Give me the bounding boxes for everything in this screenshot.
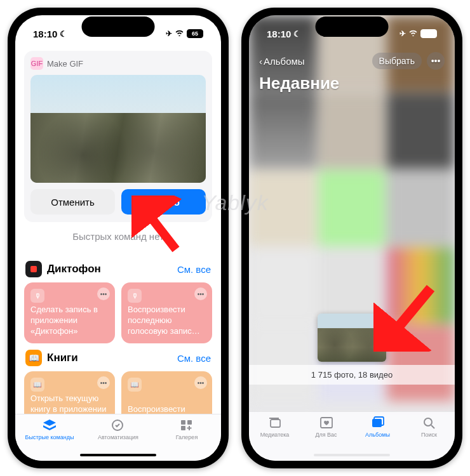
- svg-point-8: [424, 418, 432, 426]
- tab-gallery[interactable]: Галерея: [152, 418, 221, 461]
- tab-label: Для Вас: [315, 432, 337, 438]
- shortcut-tile[interactable]: 🎙 ••• Сделать запись в приложении «Дикто…: [24, 282, 115, 343]
- chevron-left-icon: ‹: [259, 56, 262, 67]
- voice-memos-icon: 🎙: [30, 289, 44, 303]
- tab-search[interactable]: Поиск: [403, 416, 455, 461]
- tile-label: Открыть текущую книгу в приложении «Кни…: [30, 393, 109, 414]
- tab-shortcuts[interactable]: Быстрые команды: [15, 418, 84, 461]
- shortcut-tile[interactable]: 🎙 ••• Воспроизвести последнюю голосовую …: [121, 282, 212, 343]
- tab-label: Альбомы: [365, 432, 390, 438]
- books-icon: 📖: [128, 378, 142, 392]
- battery-icon: 65: [187, 29, 203, 38]
- clock-check-icon: [111, 418, 126, 432]
- ellipsis-icon: •••: [431, 56, 441, 66]
- see-all-link[interactable]: См. все: [177, 264, 211, 275]
- annotation-arrow: [131, 195, 182, 253]
- ellipsis-icon[interactable]: •••: [97, 288, 110, 300]
- battery-icon: 65: [420, 29, 437, 38]
- tile-label: Сделать запись в приложении «Диктофон»: [30, 305, 109, 337]
- dynamic-island: [82, 17, 155, 37]
- tab-library[interactable]: Медиатека: [249, 416, 300, 461]
- library-icon: [267, 416, 283, 430]
- ellipsis-icon[interactable]: •••: [194, 288, 207, 300]
- shortcut-tile[interactable]: 📖 ••• Открыть текущую книгу в приложении…: [24, 371, 115, 414]
- tab-label: Поиск: [421, 432, 437, 438]
- voice-memos-icon: [25, 261, 42, 277]
- voice-memos-icon: 🎙: [128, 289, 142, 303]
- tab-bar: Медиатека Для Вас Альбомы: [249, 411, 455, 461]
- see-all-link[interactable]: См. все: [177, 353, 211, 364]
- dynamic-island: [316, 17, 389, 37]
- books-icon: 📖: [30, 378, 44, 392]
- search-icon: [422, 416, 437, 430]
- back-button[interactable]: ‹ Альбомы: [259, 56, 305, 67]
- stack-icon: [42, 418, 57, 432]
- svg-rect-1: [181, 420, 185, 425]
- shortcut-result-card: GIF Make GIF Отменить Готово: [24, 51, 212, 222]
- tab-label: Медиатека: [260, 432, 290, 438]
- photo-count: 1 715 фото, 18 видео: [249, 365, 455, 385]
- focus-moon-icon: ☾: [60, 29, 67, 39]
- more-button[interactable]: •••: [427, 52, 445, 70]
- svg-rect-3: [181, 426, 185, 430]
- focus-moon-icon: ☾: [293, 29, 301, 39]
- status-time: 18:10: [33, 29, 57, 39]
- shortcut-tile[interactable]: 📖 ••• Воспроизвести аудиокнигу в при…: [121, 371, 212, 414]
- airplane-mode-icon: ✈: [399, 29, 406, 38]
- status-time: 18:10: [267, 29, 291, 39]
- gif-app-icon: GIF: [30, 57, 43, 70]
- albums-icon: [370, 416, 386, 430]
- wifi-icon: [408, 29, 418, 38]
- back-label: Альбомы: [264, 56, 305, 67]
- select-button[interactable]: Выбрать: [372, 53, 422, 69]
- ellipsis-icon[interactable]: •••: [97, 376, 110, 389]
- tab-for-you[interactable]: Для Вас: [300, 416, 352, 461]
- no-shortcuts-message: Быстрых команд нет: [24, 231, 212, 242]
- album-title: Недавние: [259, 74, 445, 93]
- books-icon: 📖: [25, 350, 42, 366]
- svg-rect-4: [271, 420, 280, 427]
- tab-albums[interactable]: Альбомы: [352, 416, 403, 461]
- annotation-arrow: [373, 282, 437, 352]
- section-title-books: Книги: [47, 352, 78, 364]
- heart-square-icon: [319, 416, 334, 430]
- svg-rect-2: [187, 420, 192, 425]
- section-title-dictaphone: Диктофон: [47, 263, 101, 275]
- tab-label: Галерея: [176, 434, 198, 440]
- tile-label: Воспроизвести последнюю голосовую запис…: [128, 305, 206, 337]
- grid-plus-icon: [179, 418, 194, 432]
- shortcut-name: Make GIF: [47, 59, 83, 69]
- ellipsis-icon[interactable]: •••: [194, 376, 207, 389]
- airplane-mode-icon: ✈: [166, 29, 172, 38]
- tile-label: Воспроизвести аудиокнигу в при…: [128, 404, 206, 414]
- tab-label: Быстрые команды: [25, 434, 74, 440]
- wifi-icon: [175, 29, 184, 38]
- home-indicator[interactable]: [80, 454, 156, 456]
- phone-mockup-left: 18:10 ☾ ✈ 65 GIF Make GIF: [8, 8, 229, 468]
- cancel-button[interactable]: Отменить: [30, 189, 115, 215]
- tab-label: Автоматизация: [98, 434, 138, 440]
- gif-preview-image: [30, 75, 206, 183]
- phone-mockup-right: 18:10 ☾ ✈ 65 ‹ Альбомы: [241, 8, 462, 468]
